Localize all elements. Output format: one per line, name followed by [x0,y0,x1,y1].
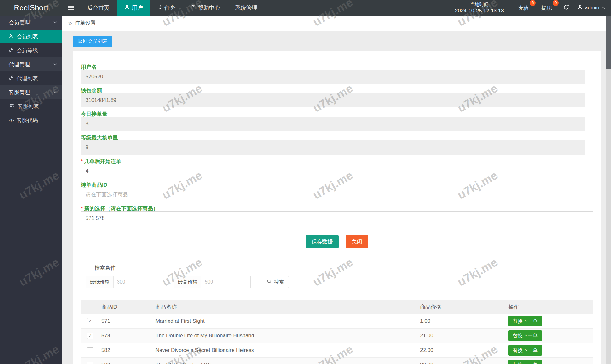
field-username: 用户名 [81,64,593,84]
admin-username: admin [585,5,599,11]
replace-next-order-button[interactable]: 替换下一单 [508,330,542,341]
refresh-icon [563,4,569,11]
hamburger-icon [68,6,74,10]
product-name: Never Divorce a Secret Billionaire Heire… [155,347,418,353]
product-price: 23.00 [418,362,508,364]
table-header-row: 商品ID 商品名称 商品价格 操作 [81,300,593,314]
table-row: 582 Never Divorce a Secret Billionaire H… [81,343,593,358]
breadcrumb: » 连单设置 [62,16,606,31]
link-icon [9,47,14,54]
withdraw-link[interactable]: 提现 0 [538,4,556,11]
chain-product-id-input[interactable] [81,188,593,202]
required-asterisk: * [81,206,83,212]
save-data-button[interactable]: 保存数据 [306,235,339,248]
close-button[interactable]: 关闭 [346,235,368,248]
chevron-down-icon [53,91,57,94]
link-icon [9,75,14,82]
max-price-input[interactable] [201,276,250,288]
top-navbar: ReelShort 后台首页 用户 任务 帮助中心 系统管理 当地时间 2024… [0,0,611,16]
refresh-button[interactable] [563,4,569,11]
nav-item-dashboard[interactable]: 后台首页 [80,0,117,16]
max-price-group: 最高价格 [174,276,251,288]
caret-up-icon [601,5,605,11]
breadcrumb-separator-icon: » [68,20,72,27]
new-selection-input[interactable] [81,211,593,225]
sidebar-item-member-list[interactable]: 会员列表 [0,30,62,43]
chevron-down-icon [53,63,57,66]
field-today-orders: 今日接单量 [81,111,593,131]
sidebar: 会员管理 会员列表 会员等级 代理管理 代理列表 客服管理 客服列表 </> [0,16,62,364]
admin-menu[interactable]: admin [577,4,605,11]
code-icon: </> [9,118,14,123]
product-name: The Double Life of My Billionaire Husban… [155,333,418,339]
username-input [81,70,585,84]
user-icon [124,4,130,11]
min-price-label: 最低价格 [86,276,114,288]
field-level-max-orders: 等级最大接单量 [81,135,593,155]
local-time-label: 当地时间 [455,2,504,7]
recharge-badge: 6 [530,0,536,6]
vertical-scrollbar [606,16,611,364]
sidebar-item-agent-list[interactable]: 代理列表 [0,71,62,85]
back-to-member-list-button[interactable]: 返回会员列表 [73,36,112,47]
replace-next-order-button[interactable]: 替换下一单 [508,345,542,356]
row-checkbox[interactable]: ✓ [87,318,93,324]
product-name: Married at First Sight [155,318,418,324]
field-chain-product-id: 连单商品ID [81,182,593,202]
row-checkbox[interactable] [87,347,93,353]
search-button[interactable]: 搜索 [262,276,289,288]
sidebar-group-member-mgmt[interactable]: 会员管理 [0,16,62,30]
product-id: 571 [100,318,155,324]
menu-toggle-button[interactable] [62,0,80,16]
scrollbar-thumb[interactable] [606,16,611,69]
people-icon [9,103,15,109]
product-id: 582 [100,347,155,353]
app-window: ReelShort 后台首页 用户 任务 帮助中心 系统管理 当地时间 2024… [0,0,611,364]
search-icon [266,279,272,285]
nav-item-system[interactable]: 系统管理 [228,0,265,16]
local-time: 当地时间 2024-10-25 12:13:13 [455,2,504,14]
field-label-wallet-balance: 钱包余额 [81,88,102,93]
field-label-level-max-orders: 等级最大接单量 [81,135,118,141]
nav-item-users[interactable]: 用户 [117,0,150,16]
walking-person-icon [158,4,162,11]
replace-next-order-button[interactable]: 替换下一单 [508,316,542,326]
header-product-id: 商品ID [100,303,155,311]
sidebar-group-service-mgmt[interactable]: 客服管理 [0,85,62,99]
nav-item-tasks[interactable]: 任务 [150,0,183,16]
nav-item-help-center[interactable]: 帮助中心 [183,0,228,16]
field-wallet-balance: 钱包余额 [81,88,593,107]
sidebar-item-service-list[interactable]: 客服列表 [0,99,62,113]
person-icon [9,33,14,40]
product-price: 1.00 [418,318,508,324]
field-label-today-orders: 今日接单量 [81,111,107,117]
product-price: 22.00 [418,347,508,353]
header-product-price: 商品价格 [418,303,508,311]
sidebar-item-member-level[interactable]: 会员等级 [0,43,62,57]
withdraw-badge: 0 [553,0,559,6]
sidebar-item-service-code[interactable]: </> 客服代码 [0,113,62,127]
row-checkbox[interactable] [87,362,93,364]
local-time-value: 2024-10-25 12:13:13 [455,7,504,14]
field-label-new-selection: 新的选择（请在下面选择商品） [84,206,158,212]
product-name: The CEO's Contract Wife [155,362,418,364]
table-row: 580 The CEO's Contract Wife 23.00 替换下一单 [81,358,593,364]
product-id: 578 [100,333,155,339]
search-legend: 搜索条件 [91,264,119,271]
orders-before-chain-input[interactable] [81,164,593,178]
header-action: 操作 [508,303,593,311]
row-checkbox[interactable]: ✓ [87,333,93,339]
header-product-name: 商品名称 [155,303,418,311]
table-row: ✓ 571 Married at First Sight 1.00 替换下一单 [81,314,593,329]
product-id: 580 [100,362,155,364]
search-panel: 搜索条件 最低价格 最高价格 搜索 [81,264,593,293]
min-price-input[interactable] [114,276,163,288]
field-label-orders-before-chain: 几单后开始连单 [84,158,121,164]
sidebar-group-agent-mgmt[interactable]: 代理管理 [0,57,62,71]
page-title: 连单设置 [75,20,96,27]
replace-next-order-button[interactable]: 替换下一单 [508,360,542,364]
recharge-link[interactable]: 充值 6 [515,4,533,11]
required-asterisk: * [81,158,83,164]
product-table: 商品ID 商品名称 商品价格 操作 ✓ 571 Married at First… [81,300,593,364]
chevron-down-icon [53,21,57,24]
